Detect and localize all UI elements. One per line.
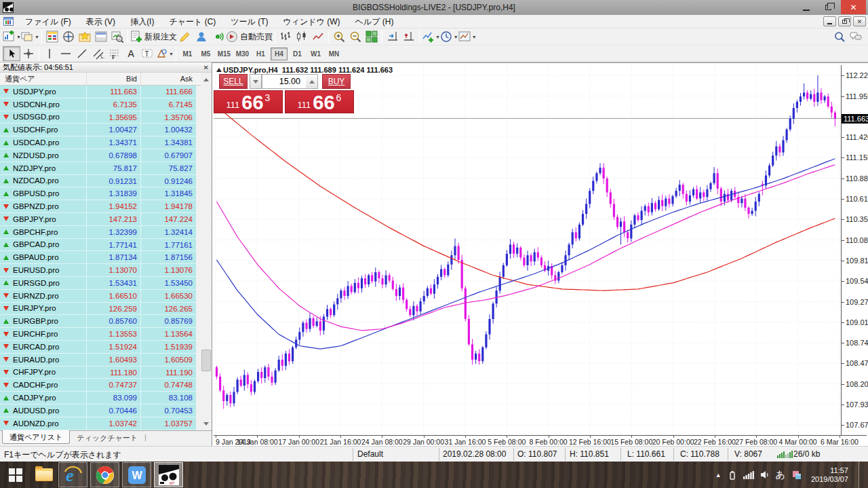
trendline-button[interactable] — [74, 46, 90, 61]
close-button[interactable]: ✕ — [841, 0, 866, 14]
timeframe-mn[interactable]: MN — [326, 48, 342, 60]
timeframe-m1[interactable]: M1 — [179, 48, 196, 60]
time-axis[interactable]: 9 Jan 201914 Jan 08:0017 Jan 00:0021 Jan… — [214, 436, 867, 447]
autotrading-button[interactable]: 自動売買 — [226, 29, 273, 44]
cursor-button[interactable] — [3, 46, 20, 61]
market-watch-button[interactable] — [44, 29, 60, 44]
market-watch-row[interactable]: CADCHF.pro0.747370.74748 — [0, 379, 196, 392]
market-watch-row[interactable]: GBPAUD.pro1.871341.87156 — [0, 251, 196, 264]
market-watch-close-icon[interactable]: ✕ — [203, 63, 209, 72]
timeframe-h1[interactable]: H1 — [252, 48, 269, 60]
menu-item-6[interactable]: ヘルプ (H) — [348, 15, 401, 29]
timeframe-m5[interactable]: M5 — [197, 48, 214, 60]
chat-button[interactable] — [848, 29, 864, 44]
sell-button[interactable]: SELL — [219, 74, 248, 89]
data-window-button[interactable] — [60, 29, 77, 44]
mdi-minimize-button[interactable] — [823, 16, 836, 26]
column-symbol[interactable]: 通貨ペア — [0, 73, 87, 85]
action-center-icon[interactable] — [791, 470, 802, 481]
menu-item-5[interactable]: ウィンドウ (W) — [276, 15, 348, 29]
ime-indicator[interactable]: あ — [776, 469, 785, 481]
minimize-button[interactable] — [796, 0, 816, 14]
file-explorer-button[interactable] — [31, 462, 57, 488]
volume-decrease-button[interactable] — [250, 74, 262, 89]
market-watch-row[interactable]: GBPUSD.pro1.318391.31845 — [0, 187, 196, 200]
crosshair-button[interactable] — [20, 46, 37, 61]
tab-tick-chart[interactable]: ティックチャート — [70, 431, 144, 443]
show-desktop-button[interactable] — [859, 462, 863, 488]
network-signal-icon[interactable] — [743, 470, 754, 479]
market-watch-row[interactable]: EURSGD.pro1.534311.53450 — [0, 277, 196, 290]
shapes-button[interactable]: ▼ — [155, 46, 174, 61]
price-axis[interactable]: 112.225111.955111.690111.420111.155110.8… — [842, 65, 868, 435]
terminal-button[interactable] — [93, 29, 109, 44]
channel-button[interactable] — [90, 46, 106, 61]
power-icon[interactable] — [728, 470, 737, 480]
volume-input[interactable]: 15.00 — [262, 74, 306, 89]
templates-button[interactable]: ▼ — [458, 29, 477, 44]
candlestick-chart-button[interactable] — [294, 29, 310, 44]
mdi-close-button[interactable]: ✕ — [853, 16, 866, 26]
timeframe-m15[interactable]: M15 — [216, 48, 233, 60]
chart-shift-button[interactable] — [401, 29, 417, 44]
volume-increase-button[interactable] — [306, 74, 318, 89]
zoom-out-button[interactable] — [347, 29, 363, 44]
indicators-button[interactable]: ▼ — [422, 29, 440, 44]
line-chart-button[interactable] — [310, 29, 326, 44]
market-watch-row[interactable]: GBPNZD.pro1.941521.94178 — [0, 200, 196, 213]
tray-expand-icon[interactable]: ▲ — [715, 472, 722, 478]
chrome-button[interactable] — [90, 462, 119, 487]
menu-item-1[interactable]: 表示 (V) — [79, 15, 123, 29]
market-watch-scrollbar[interactable] — [201, 73, 212, 430]
scroll-up-icon[interactable] — [201, 74, 212, 85]
timeframe-h4[interactable]: H4 — [271, 48, 288, 60]
new-chart-button[interactable]: ▼ — [3, 29, 21, 44]
menu-item-3[interactable]: チャート (C) — [161, 15, 223, 29]
market-watch-row[interactable]: CHFJPY.pro111.180111.190 — [0, 367, 196, 379]
navigator-button[interactable] — [77, 29, 93, 44]
text-label-button[interactable]: T — [139, 46, 155, 61]
fibonacci-button[interactable]: F — [106, 46, 123, 61]
timeframe-d1[interactable]: D1 — [289, 48, 306, 60]
scrollbar-thumb[interactable] — [201, 350, 211, 371]
market-watch-row[interactable]: NZDJPY.pro75.81775.827 — [0, 162, 196, 175]
scroll-down-icon[interactable] — [201, 418, 212, 429]
vertical-line-button[interactable] — [41, 46, 58, 61]
menu-item-4[interactable]: ツール (T) — [223, 15, 275, 29]
taskbar-clock[interactable]: 11:57 2019/03/07 — [811, 466, 848, 484]
buy-button[interactable]: BUY — [322, 74, 351, 89]
community-button[interactable] — [193, 29, 210, 44]
market-watch-row[interactable]: USDCNH.pro6.71356.7145 — [0, 98, 196, 111]
column-bid[interactable]: Bid — [87, 73, 141, 85]
market-watch-row[interactable]: EURNZD.pro1.665101.66530 — [0, 290, 196, 303]
profile-name[interactable]: Default — [357, 449, 383, 459]
market-watch-row[interactable]: NZDUSD.pro0.678980.67907 — [0, 149, 196, 162]
timeframe-w1[interactable]: W1 — [307, 48, 324, 60]
search-button[interactable] — [831, 29, 848, 44]
mdi-restore-button[interactable] — [838, 16, 851, 26]
market-watch-row[interactable]: USDCAD.pro1.343711.34381 — [0, 136, 196, 149]
market-watch-row[interactable]: GBPJPY.pro147.213147.224 — [0, 213, 196, 226]
word-button[interactable]: W — [122, 462, 151, 487]
market-watch-row[interactable]: USDSGD.pro1.356951.35706 — [0, 111, 196, 124]
zoom-in-button[interactable] — [331, 29, 347, 44]
metaeditor-button[interactable] — [177, 29, 193, 44]
market-watch-row[interactable]: USDJPY.pro111.663111.666 — [0, 86, 196, 98]
internet-explorer-button[interactable]: e — [58, 462, 87, 487]
market-watch-row[interactable]: EURGBP.pro0.857600.85769 — [0, 315, 196, 328]
market-watch-row[interactable]: GBPCAD.pro1.771411.77161 — [0, 239, 196, 252]
horizontal-line-button[interactable] — [58, 46, 74, 61]
menu-item-0[interactable]: ファイル (F) — [18, 15, 79, 29]
market-watch-row[interactable]: EURJPY.pro126.259126.265 — [0, 303, 196, 316]
profiles-button[interactable]: ▼ — [21, 29, 39, 44]
auto-scroll-button[interactable] — [384, 29, 401, 44]
market-watch-row[interactable]: AUDNZD.pro1.037421.03757 — [0, 417, 196, 430]
market-watch-row[interactable]: EURAUD.pro1.604931.60509 — [0, 354, 196, 367]
chart-window[interactable]: 112.225111.955111.690111.420111.155110.8… — [212, 62, 868, 446]
tile-windows-button[interactable] — [363, 29, 380, 44]
metatrader-button[interactable]: MT — [154, 462, 183, 487]
strategy-tester-button[interactable] — [109, 29, 125, 44]
sell-price-display[interactable]: 111663 — [214, 90, 283, 113]
market-watch-row[interactable]: EURCAD.pro1.519241.51939 — [0, 341, 196, 354]
menu-item-2[interactable]: 挿入(I) — [123, 15, 161, 29]
